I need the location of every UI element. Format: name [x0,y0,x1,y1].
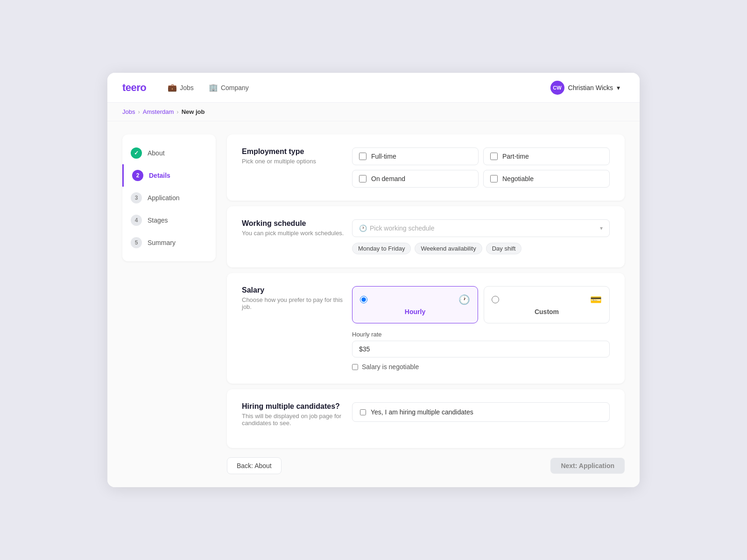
checkbox-negotiable[interactable] [490,175,498,182]
breadcrumb-current: New job [182,108,205,115]
breadcrumb-sep-2: › [176,108,178,115]
schedule-right: 🕐 Pick working schedule ▾ Monday to Frid… [352,219,610,254]
option-part-time[interactable]: Part-time [483,147,610,165]
header: teero 💼 Jobs 🏢 Company CW Christian Wick… [107,73,640,103]
avatar: CW [550,81,564,95]
sidebar-item-summary[interactable]: 5 Summary [122,231,216,254]
hiring-subtitle: This will be displayed on job page for c… [242,413,345,427]
schedule-title: Working schedule [242,219,345,228]
salary-right: 🕐 Hourly 💳 Custom [352,286,610,371]
label-on-demand: On demand [371,175,405,182]
sidebar-label-stages: Stages [148,217,168,224]
label-negotiable: Negotiable [502,175,534,182]
sidebar-label-about: About [148,149,165,157]
form-area: Employment type Pick one or multiple opt… [227,134,625,474]
breadcrumb-amsterdam[interactable]: Amsterdam [143,108,174,115]
radio-hourly[interactable] [360,296,367,303]
salary-option-top-hourly: 🕐 [360,294,470,305]
salary-option-custom[interactable]: 💳 Custom [484,286,610,323]
checkbox-full-time[interactable] [359,153,366,160]
hourly-rate-row: Hourly rate [352,331,610,357]
custom-label: Custom [535,308,559,315]
employment-left: Employment type Pick one or multiple opt… [242,147,345,188]
salary-title: Salary [242,286,345,294]
salary-subtitle: Choose how you prefer to pay for this jo… [242,296,345,310]
hiring-title: Hiring multiple candidates? [242,402,345,411]
employment-title: Employment type [242,147,345,156]
back-button[interactable]: Back: About [227,457,282,474]
clock-icon: 🕐 [359,224,367,232]
option-full-time[interactable]: Full-time [352,147,479,165]
user-menu[interactable]: CW Christian Wicks ▾ [546,78,625,98]
radio-custom[interactable] [492,296,499,303]
step-badge-4: 4 [131,215,142,226]
nav-item-company[interactable]: 🏢 Company [202,80,255,95]
schedule-row: Working schedule You can pick multiple w… [242,219,610,254]
hiring-row: Hiring multiple candidates? This will be… [242,402,610,435]
schedule-tags: Monday to Friday Weekend availability Da… [352,243,610,254]
hiring-right: Yes, I am hiring multiple candidates [352,402,610,435]
breadcrumb: Jobs › Amsterdam › New job [107,103,640,121]
salary-option-hourly[interactable]: 🕐 Hourly [352,286,478,323]
option-negotiable[interactable]: Negotiable [483,170,610,188]
jobs-icon: 💼 [168,83,177,92]
schedule-subtitle: You can pick multiple work schedules. [242,230,345,237]
hourly-rate-input[interactable] [352,341,610,357]
salary-row: Salary Choose how you prefer to pay for … [242,286,610,371]
hiring-option[interactable]: Yes, I am hiring multiple candidates [352,402,610,422]
step-badge-1: ✓ [131,147,142,159]
checkbox-part-time[interactable] [490,153,498,160]
checkbox-salary-negotiable[interactable] [352,364,358,370]
next-button[interactable]: Next: Application [550,458,625,474]
custom-icon: 💳 [590,294,602,305]
employment-options: Full-time Part-time On demand [352,147,610,188]
user-name: Christian Wicks [568,84,613,91]
company-icon: 🏢 [209,83,218,92]
negotiable-label: Salary is negotiable [362,363,419,371]
breadcrumb-jobs[interactable]: Jobs [122,108,135,115]
breadcrumb-sep-1: › [138,108,140,115]
label-full-time: Full-time [371,153,396,160]
negotiable-check[interactable]: Salary is negotiable [352,363,610,371]
schedule-dropdown[interactable]: 🕐 Pick working schedule ▾ [352,219,610,237]
sidebar-item-stages[interactable]: 4 Stages [122,209,216,231]
tag-weekend[interactable]: Weekend availability [415,243,482,254]
chevron-down-icon: ▾ [617,84,620,91]
employment-row: Employment type Pick one or multiple opt… [242,147,610,188]
step-badge-3: 3 [131,192,142,203]
hiring-option-label: Yes, I am hiring multiple candidates [371,408,473,416]
sidebar-item-application[interactable]: 3 Application [122,187,216,209]
salary-section: Salary Choose how you prefer to pay for … [227,273,625,384]
nav-label-jobs: Jobs [180,84,194,91]
label-part-time: Part-time [502,153,529,160]
employment-subtitle: Pick one or multiple options [242,158,345,165]
sidebar-label-application: Application [148,194,180,202]
option-on-demand[interactable]: On demand [352,170,479,188]
salary-left: Salary Choose how you prefer to pay for … [242,286,345,371]
schedule-section: Working schedule You can pick multiple w… [227,206,625,267]
app-window: teero 💼 Jobs 🏢 Company CW Christian Wick… [107,73,640,487]
tag-monday-friday[interactable]: Monday to Friday [352,243,411,254]
checkbox-on-demand[interactable] [359,175,366,182]
hiring-left: Hiring multiple candidates? This will be… [242,402,345,435]
employment-right: Full-time Part-time On demand [352,147,610,188]
nav-items: 💼 Jobs 🏢 Company [161,80,545,95]
main-content: ✓ About 2 Details 3 Application 4 Stages… [107,121,640,487]
employment-section: Employment type Pick one or multiple opt… [227,134,625,201]
salary-option-top-custom: 💳 [492,294,602,305]
salary-options: 🕐 Hourly 💳 Custom [352,286,610,323]
sidebar: ✓ About 2 Details 3 Application 4 Stages… [122,134,216,261]
checkbox-hiring-multiple[interactable] [360,409,366,415]
form-footer: Back: About Next: Application [227,454,625,474]
logo: teero [122,82,146,94]
hourly-rate-label: Hourly rate [352,331,610,338]
hiring-section: Hiring multiple candidates? This will be… [227,389,625,448]
sidebar-item-details[interactable]: 2 Details [122,164,216,187]
schedule-placeholder: Pick working schedule [370,224,435,232]
sidebar-item-about[interactable]: ✓ About [122,142,216,164]
step-badge-5: 5 [131,237,142,248]
chevron-icon: ▾ [600,225,603,231]
sidebar-label-details: Details [149,172,170,179]
nav-item-jobs[interactable]: 💼 Jobs [161,80,200,95]
tag-day-shift[interactable]: Day shift [486,243,522,254]
